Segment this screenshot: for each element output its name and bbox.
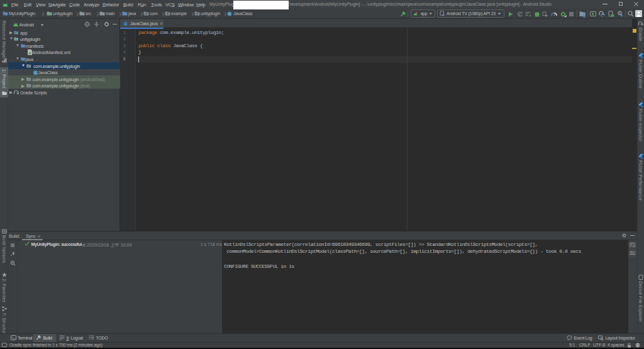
svg-text:C: C (228, 11, 231, 15)
svg-text:C: C (34, 70, 36, 74)
